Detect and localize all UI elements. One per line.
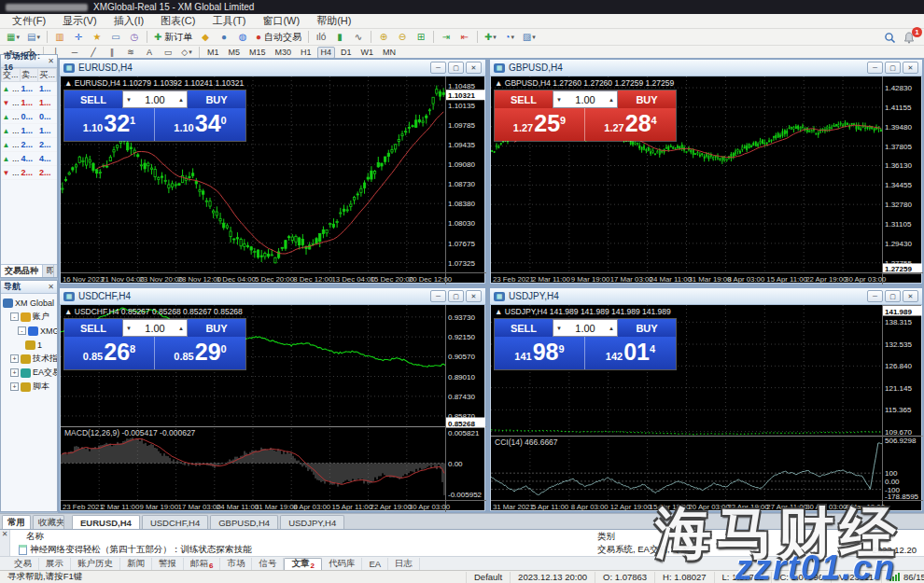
- lot-down-icon[interactable]: ▼: [123, 97, 134, 103]
- chart-body[interactable]: 1.104851.101351.097851.094351.090801.087…: [61, 76, 484, 283]
- terminal-category-header[interactable]: 类别: [597, 530, 615, 543]
- terminal-tab-文章[interactable]: 文章2: [284, 558, 321, 570]
- buy-price[interactable]: 0.85290: [155, 337, 245, 369]
- autotrading-button[interactable]: ● 自动交易: [253, 30, 304, 45]
- chart-window-titlebar[interactable]: ▦GBPUSD,H4─▢✕: [490, 60, 922, 76]
- chart-shift-icon[interactable]: ⇤: [456, 30, 473, 45]
- chart-tab-gbpusd[interactable]: GBPUSD,H4: [210, 515, 278, 529]
- menu-item[interactable]: 工具(T): [203, 13, 254, 29]
- tile-windows-icon[interactable]: ⊞: [413, 30, 429, 45]
- lot-up-icon[interactable]: ▲: [175, 97, 187, 103]
- sell-price[interactable]: 141989: [495, 337, 585, 369]
- lot-up-icon[interactable]: ▲: [175, 326, 187, 331]
- navigator-item[interactable]: +技术指标: [3, 352, 57, 366]
- sell-price[interactable]: 0.85268: [64, 337, 155, 369]
- navigator-item[interactable]: +脚本: [3, 380, 57, 394]
- tree-expander-icon[interactable]: +: [10, 382, 19, 391]
- terminal-tab-市场[interactable]: 市场: [220, 558, 252, 570]
- lot-up-icon[interactable]: ▲: [606, 326, 617, 331]
- market-watch-icon[interactable]: ▥: [51, 30, 68, 45]
- chart-body[interactable]: MACD(12,26,9) -0.005417 -0.0006270.00582…: [61, 305, 484, 510]
- terminal-tab-警报[interactable]: 警报: [152, 558, 184, 570]
- chart-body[interactable]: 1.428301.411551.394801.378051.361301.344…: [491, 76, 921, 283]
- period-button-h1[interactable]: H1: [297, 47, 315, 59]
- market-watch-row[interactable]: ▼ ...2...2...: [2, 166, 57, 180]
- lot-size-field[interactable]: ▼1.00▲: [122, 319, 188, 337]
- navigator-item[interactable]: +EA交易: [3, 366, 57, 380]
- market-watch-row[interactable]: ▲ ...1...1...: [2, 124, 57, 138]
- candle-chart-icon[interactable]: ▮: [331, 30, 348, 45]
- market-watch-column-header[interactable]: 交...: [2, 69, 21, 82]
- terminal-tab-展示[interactable]: 展示: [39, 558, 71, 570]
- menu-item[interactable]: 帮助(H): [308, 13, 359, 29]
- chart-window-gbpusd[interactable]: ▦GBPUSD,H4─▢✕1.428301.411551.394801.3780…: [489, 59, 923, 285]
- sell-button[interactable]: SELL: [495, 90, 553, 108]
- lot-down-icon[interactable]: ▼: [553, 97, 565, 103]
- restore-icon[interactable]: ▢: [448, 290, 464, 302]
- terminal-tab-账户历史[interactable]: 账户历史: [71, 558, 120, 570]
- menu-item[interactable]: 图表(C): [152, 13, 203, 29]
- market-watch-row[interactable]: ▲ ...1...1...: [2, 82, 57, 96]
- terminal-tab-交易[interactable]: 交易: [7, 558, 39, 570]
- terminal-side-strip[interactable]: ✕: [0, 530, 10, 557]
- one-click-trading-panel[interactable]: SELL▼1.00▲BUY1.103211.10340: [63, 90, 246, 142]
- tree-expander-icon[interactable]: -: [10, 312, 19, 321]
- buy-button[interactable]: BUY: [618, 319, 676, 337]
- buy-price[interactable]: 1.27284: [585, 108, 676, 141]
- article-title[interactable]: 神经网络变得轻松（第四十五部分）：训练状态探索技能: [30, 544, 252, 556]
- period-button-m5[interactable]: M5: [225, 47, 245, 59]
- lot-down-icon[interactable]: ▼: [123, 326, 134, 331]
- chart-window-titlebar[interactable]: ▦USDJPY,H4─▢✕: [490, 288, 922, 305]
- menu-item[interactable]: 插入(I): [105, 13, 152, 29]
- data-window-icon[interactable]: ✛: [70, 30, 87, 45]
- restore-icon[interactable]: ▢: [448, 62, 464, 74]
- close-icon[interactable]: ✕: [466, 290, 482, 302]
- templates-icon[interactable]: ▨▾: [520, 30, 539, 45]
- periods-icon[interactable]: ◔▾: [501, 30, 518, 45]
- search-icon[interactable]: [881, 30, 899, 45]
- close-icon[interactable]: ✕: [903, 290, 918, 302]
- minimize-icon[interactable]: ─: [430, 62, 446, 74]
- chart-window-titlebar[interactable]: ▦USDCHF,H4─▢✕: [60, 288, 485, 305]
- period-button-d1[interactable]: D1: [337, 47, 356, 59]
- period-button-mn[interactable]: MN: [379, 47, 399, 59]
- buy-button[interactable]: BUY: [188, 90, 245, 108]
- line-chart-icon[interactable]: ∿: [350, 30, 367, 45]
- new-order-button[interactable]: ✚ 新订单: [151, 30, 195, 45]
- period-button-m15[interactable]: M15: [245, 47, 270, 59]
- close-icon[interactable]: ✕: [903, 62, 918, 74]
- buy-button[interactable]: BUY: [188, 319, 245, 337]
- period-button-h4[interactable]: H4: [317, 47, 336, 59]
- lot-down-icon[interactable]: ▼: [553, 326, 565, 331]
- minimize-icon[interactable]: ─: [430, 290, 446, 302]
- period-button-m30[interactable]: M30: [272, 47, 296, 59]
- period-button-m1[interactable]: M1: [203, 47, 223, 59]
- sell-button[interactable]: SELL: [64, 319, 122, 337]
- chart-window-usdchf[interactable]: ▦USDCHF,H4─▢✕MACD(12,26,9) -0.005417 -0.…: [59, 287, 486, 512]
- chart-body[interactable]: CCI(14) 466.6667506.92981000.00-100-178.…: [491, 305, 921, 510]
- chart-window-eurusd[interactable]: ▦EURUSD,H4─▢✕1.104851.101351.097851.0943…: [59, 59, 486, 285]
- notifications-bell-icon[interactable]: 1: [901, 30, 917, 45]
- buy-button[interactable]: BUY: [618, 90, 676, 108]
- market-watch-column-header[interactable]: 买...: [38, 69, 57, 82]
- one-click-trading-panel[interactable]: SELL▼1.00▲BUY1.272591.27284: [494, 90, 677, 142]
- navigator-item[interactable]: XM Global: [3, 296, 57, 310]
- lot-size-field[interactable]: ▼1.00▲: [553, 90, 618, 108]
- fullscreen-icon[interactable]: ◍: [234, 30, 251, 45]
- terminal-tab-EA[interactable]: EA: [362, 558, 388, 570]
- period-button-w1[interactable]: W1: [357, 47, 378, 59]
- lot-size-field[interactable]: ▼1.00▲: [553, 319, 618, 337]
- bar-chart-icon[interactable]: ıló: [313, 30, 329, 45]
- market-watch-row[interactable]: ▼ ...1...1...: [2, 96, 57, 110]
- close-icon[interactable]: ✕: [48, 283, 54, 291]
- menu-item[interactable]: 显示(V): [54, 13, 105, 29]
- navigator-item[interactable]: -XMG: [3, 324, 57, 338]
- navigator-item[interactable]: 1: [3, 338, 57, 352]
- terminal-tab-代码库[interactable]: 代码库: [322, 558, 363, 570]
- minimize-icon[interactable]: ─: [867, 62, 883, 74]
- close-icon[interactable]: ✕: [466, 62, 482, 74]
- restore-icon[interactable]: ▢: [885, 290, 901, 302]
- tree-expander-icon[interactable]: -: [18, 326, 26, 335]
- profiles-icon[interactable]: ▤▾: [24, 30, 43, 45]
- market-watch-row[interactable]: ▲ ...2...2...: [2, 138, 57, 152]
